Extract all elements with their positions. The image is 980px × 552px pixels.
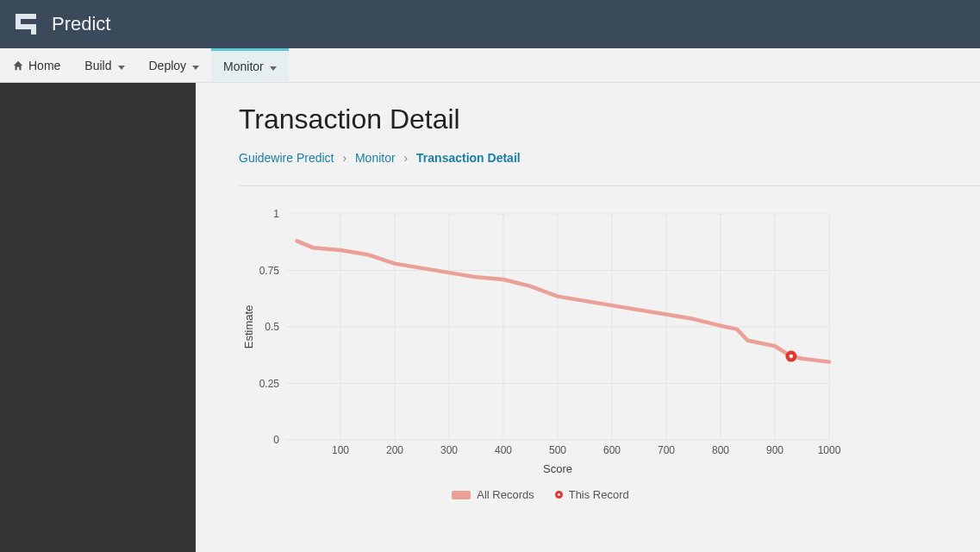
svg-text:Score: Score [543,462,572,475]
brand-title: Predict [52,13,110,35]
svg-text:700: 700 [658,444,675,456]
chart-legend: All Records This Record [239,488,842,501]
svg-text:0.75: 0.75 [259,265,280,277]
breadcrumb-root[interactable]: Guidewire Predict [239,151,334,165]
svg-text:200: 200 [386,444,403,456]
page-title: Transaction Detail [239,104,980,135]
legend-this-record: This Record [555,488,629,501]
body-area: Transaction Detail Guidewire Predict › M… [0,83,980,552]
svg-text:0: 0 [273,434,279,446]
legend-swatch-point [555,491,563,499]
svg-text:600: 600 [603,444,621,456]
legend-this-label: This Record [569,488,629,501]
svg-text:1000: 1000 [818,444,841,456]
svg-text:100: 100 [332,444,349,456]
svg-text:300: 300 [440,444,458,456]
svg-text:900: 900 [766,444,783,456]
svg-text:Estimate: Estimate [242,305,255,349]
chart-svg: 00.250.50.751100200300400500600700800900… [239,205,842,481]
svg-text:1: 1 [273,208,279,220]
chevron-down-icon [190,59,199,72]
legend-all-records: All Records [452,488,534,501]
menu-build-label: Build [84,59,111,72]
chevron-down-icon [268,60,277,73]
legend-swatch-line [452,491,471,499]
svg-text:800: 800 [712,444,729,456]
svg-text:400: 400 [495,444,512,456]
breadcrumb-monitor[interactable]: Monitor [355,151,396,165]
breadcrumb: Guidewire Predict › Monitor › Transactio… [239,151,980,186]
svg-text:0.25: 0.25 [259,378,280,390]
breadcrumb-sep: › [342,151,346,165]
menu-bar: Home Build Deploy Monitor [0,48,980,83]
menu-home-label: Home [28,59,60,72]
svg-text:500: 500 [549,444,566,456]
menu-build[interactable]: Build [72,48,136,82]
menu-home[interactable]: Home [0,48,72,82]
sidebar [0,83,196,552]
breadcrumb-sep: › [404,151,409,165]
menu-deploy[interactable]: Deploy [137,48,212,82]
breadcrumb-current: Transaction Detail [416,151,521,165]
home-icon [12,59,24,72]
chart: 00.250.50.751100200300400500600700800900… [239,205,842,501]
legend-all-label: All Records [477,488,534,501]
main-content: Transaction Detail Guidewire Predict › M… [196,83,980,552]
logo-icon [12,10,40,38]
menu-monitor-label: Monitor [223,60,264,73]
menu-monitor[interactable]: Monitor [211,48,289,82]
chevron-down-icon [116,59,125,72]
top-bar: Predict [0,0,980,48]
svg-point-33 [790,354,793,358]
menu-deploy-label: Deploy [149,59,187,72]
svg-text:0.5: 0.5 [265,321,279,333]
